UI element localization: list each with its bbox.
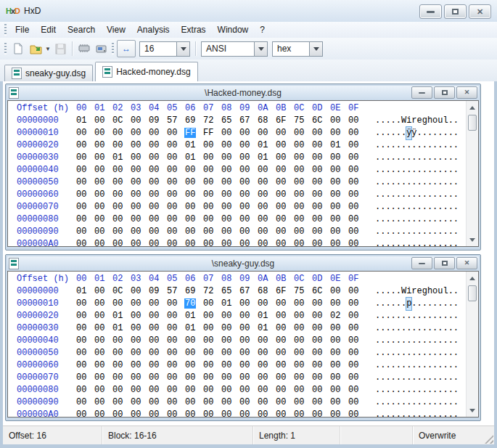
ascii-char[interactable]: . (448, 335, 453, 347)
ascii-char[interactable]: . (396, 139, 401, 152)
hex-byte[interactable]: 68 (258, 115, 276, 127)
hex-byte[interactable]: 00 (149, 127, 167, 139)
ascii-char[interactable]: . (375, 226, 380, 238)
ascii-char[interactable]: . (375, 396, 380, 409)
ascii-char[interactable]: . (401, 213, 406, 226)
ascii-char[interactable]: . (380, 164, 385, 176)
ascii-char[interactable]: h (427, 285, 432, 298)
hex-byte[interactable]: 00 (239, 347, 258, 359)
ascii-char[interactable]: . (391, 335, 396, 347)
ascii-char[interactable]: . (375, 238, 380, 246)
hex-byte[interactable]: 00 (312, 238, 330, 246)
hex-byte[interactable]: 69 (185, 285, 203, 298)
ascii-column[interactable]: ................ (375, 189, 459, 201)
hex-byte[interactable]: 00 (239, 372, 258, 384)
ascii-char[interactable]: . (385, 335, 390, 347)
hex-byte[interactable]: 00 (76, 310, 94, 322)
ascii-char[interactable]: . (417, 176, 422, 189)
hex-byte[interactable]: 00 (94, 213, 112, 226)
ascii-char[interactable]: . (417, 335, 422, 347)
ascii-char[interactable]: . (453, 298, 459, 310)
ascii-char[interactable]: . (401, 396, 406, 409)
ascii-column[interactable]: ................ (375, 335, 459, 347)
ascii-char[interactable]: . (385, 285, 390, 298)
hex-byte[interactable]: 68 (258, 285, 276, 298)
ascii-char[interactable]: . (453, 396, 459, 409)
vertical-scrollbar[interactable] (466, 272, 478, 417)
hex-byte[interactable]: 00 (312, 189, 330, 201)
hex-byte[interactable]: 00 (76, 189, 94, 201)
ascii-char[interactable]: . (427, 176, 432, 189)
ascii-char[interactable]: . (406, 139, 411, 152)
hex-byte[interactable]: 00 (131, 285, 149, 298)
ascii-char[interactable]: . (396, 298, 401, 310)
hex-byte[interactable]: 00 (330, 238, 348, 246)
ascii-char[interactable]: . (380, 396, 385, 409)
hex-byte[interactable]: 00 (294, 396, 312, 409)
ascii-char[interactable]: h (427, 115, 432, 127)
ascii-char[interactable]: . (427, 396, 432, 409)
ascii-char[interactable]: . (385, 347, 390, 359)
hex-byte[interactable]: 00 (94, 238, 112, 246)
ascii-char[interactable]: . (375, 139, 380, 152)
hex-byte[interactable]: 00 (94, 176, 112, 189)
child-minimize-button[interactable] (411, 86, 432, 99)
hex-byte[interactable]: 00 (294, 152, 312, 164)
ascii-char[interactable]: . (417, 347, 422, 359)
hex-byte[interactable]: 00 (185, 347, 203, 359)
bytes-per-row-button[interactable]: ↔ (117, 40, 136, 57)
hex-byte[interactable]: 00 (185, 238, 203, 246)
hex-byte[interactable]: 00 (276, 359, 294, 372)
hex-byte[interactable]: 00 (294, 226, 312, 238)
hex-byte[interactable]: 00 (312, 384, 330, 396)
ascii-char[interactable]: . (391, 359, 396, 372)
hex-byte[interactable]: 00 (258, 213, 276, 226)
open-disk-button[interactable] (93, 40, 110, 57)
hex-byte[interactable]: 00 (239, 226, 258, 238)
hex-byte[interactable]: 00 (167, 298, 185, 310)
ascii-char[interactable]: . (448, 322, 453, 335)
ascii-char[interactable]: . (380, 213, 385, 226)
ascii-char[interactable]: . (375, 285, 380, 298)
hex-byte[interactable]: 01 (258, 322, 276, 335)
ascii-char[interactable]: . (411, 152, 416, 164)
hex-byte[interactable]: 00 (94, 189, 112, 201)
hex-byte[interactable]: 00 (312, 226, 330, 238)
hex-byte[interactable]: 00 (276, 298, 294, 310)
ascii-char[interactable]: . (443, 201, 448, 213)
ascii-char[interactable]: . (391, 152, 396, 164)
hex-byte[interactable]: 65 (221, 285, 239, 298)
ascii-char[interactable]: . (417, 127, 422, 139)
ascii-char[interactable]: . (385, 201, 390, 213)
menu-item-view[interactable]: View (101, 23, 131, 37)
ascii-char[interactable]: . (448, 189, 453, 201)
hex-byte[interactable]: 00 (167, 127, 185, 139)
ascii-char[interactable]: . (375, 213, 380, 226)
ascii-char[interactable]: . (401, 139, 406, 152)
offset-base-dropdown[interactable] (309, 42, 322, 56)
hex-grid[interactable]: Offset (h)000102030405060708090A0B0C0D0E… (8, 272, 466, 417)
ascii-char[interactable]: . (406, 226, 411, 238)
hex-byte[interactable]: 01 (112, 310, 131, 322)
hex-byte[interactable]: 00 (94, 201, 112, 213)
ascii-char[interactable]: . (375, 384, 380, 396)
hex-byte[interactable]: 00 (312, 359, 330, 372)
child-minimize-button[interactable] (411, 257, 432, 269)
ascii-char[interactable]: . (427, 201, 432, 213)
hex-byte[interactable]: 00 (221, 409, 239, 417)
hex-byte[interactable]: 00 (131, 372, 149, 384)
ascii-char[interactable]: . (443, 347, 448, 359)
selected-hex-byte[interactable]: 70 (184, 298, 196, 309)
close-button[interactable]: ✕ (469, 4, 491, 19)
hex-byte[interactable]: 6F (276, 115, 294, 127)
hex-byte[interactable]: 00 (94, 335, 112, 347)
ascii-char[interactable]: . (417, 226, 422, 238)
ascii-char[interactable]: . (396, 359, 401, 372)
hex-byte[interactable]: 00 (221, 152, 239, 164)
scroll-down-button[interactable] (467, 234, 478, 246)
ascii-column[interactable]: ......ÿÿ........ (375, 127, 459, 139)
ascii-char[interactable]: . (438, 409, 443, 417)
ascii-char[interactable]: . (432, 372, 438, 384)
child-titlebar[interactable]: \sneaky-guy.dsg ✕ (7, 256, 479, 270)
ascii-char[interactable]: . (406, 176, 411, 189)
